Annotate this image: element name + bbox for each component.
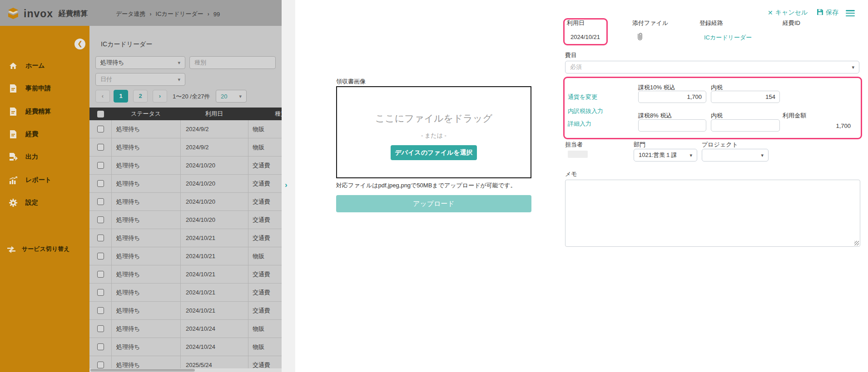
row-checkbox[interactable] [97,289,104,296]
row-checkbox[interactable] [97,126,104,132]
category-label: 費目 [565,51,577,59]
menu-hamburger-icon[interactable] [846,10,855,16]
expand-panel-chevron-icon[interactable]: › [285,181,288,190]
table-row[interactable]: 処理待ち2024/10/21交通費 [89,302,282,320]
table-row[interactable]: 処理待ち2024/10/24物販 [89,320,282,338]
column-header-status[interactable]: ステータス [111,108,180,120]
memo-textarea[interactable] [565,180,860,247]
row-checkbox[interactable] [97,198,104,205]
column-header-date[interactable]: 利用日 [180,108,248,120]
pagination-range-text: 1〜20 /全27件 [173,93,210,101]
report-chart-icon [8,175,18,185]
receipt-image-label: 領収書画像 [336,78,366,86]
usage-date-label: 利用日 [567,19,585,27]
sidebar-item-pre-application[interactable]: 事前申請 [0,77,89,100]
expense-table: ステータス 利用日 種別 処理待ち2024/9/2物販 処理待ち2024/9/2… [89,108,282,372]
table-row[interactable]: 処理待ち2024/10/20交通費 [89,193,282,211]
textarea-resize-handle[interactable] [854,241,859,245]
sidebar-item-expense-settlement[interactable]: 経費精算 [0,100,89,123]
logo[interactable]: invox 経費精算 [6,6,88,21]
sidebar-item-expense[interactable]: 経費 [0,123,89,146]
tax8-input[interactable] [638,119,706,132]
document-icon [8,107,18,117]
inclusive-tax2-input[interactable] [711,119,780,132]
sidebar-collapse-button[interactable]: ❮ [74,39,85,49]
row-checkbox[interactable] [97,216,104,223]
breadcrumb-level-2[interactable]: ICカードリーダー [156,10,203,18]
column-header-type[interactable]: 種別 [248,108,282,120]
sidebar: ❮ ホーム 事前申請 経費精算 経費 [0,26,89,372]
table-row[interactable]: 処理待ち2024/10/20交通費 [89,211,282,229]
chevron-down-icon: ▾ [761,152,764,158]
row-checkbox[interactable] [97,307,104,314]
detail-input-link[interactable]: 詳細入力 [568,120,591,128]
sidebar-item-settings[interactable]: 設定 [0,191,89,214]
upload-button[interactable]: アップロード [336,195,531,212]
department-select[interactable]: 1021:営業１課 ▾ [634,149,697,162]
tax10-input[interactable] [638,91,706,103]
pagination-prev-button[interactable]: ‹ [95,90,110,103]
sidebar-item-label: サービス切り替え [22,245,70,253]
row-checkbox[interactable] [97,253,104,259]
sidebar-item-export[interactable]: 出力 [0,146,89,168]
expense-detail-pane: ✕ キャンセル 保存 領収書画像 ここにファイルをドラッグ - または - デバ… [295,0,868,372]
invox-logo-icon [6,6,20,21]
file-dropzone[interactable]: ここにファイルをドラッグ - または - デバイスのファイルを選択 [336,86,531,178]
table-row[interactable]: 処理待ち2024/9/2物販 [89,138,282,157]
row-checkbox[interactable] [97,362,104,368]
inclusive-tax-input[interactable] [711,91,780,103]
registration-route-value-link[interactable]: ICカードリーダー [704,34,752,42]
sidebar-item-label: 事前申請 [25,84,51,93]
tax-breakdown-link[interactable]: 内訳税抜入力 [568,107,603,115]
type-filter-select[interactable]: 種別 [189,56,276,69]
pagination-page-2-button[interactable]: 2 [133,90,148,103]
pagination-next-button[interactable]: › [153,90,167,103]
row-checkbox[interactable] [97,343,104,350]
row-checkbox[interactable] [97,235,104,241]
sidebar-item-label: 設定 [25,199,38,207]
table-row[interactable]: 処理待ち2024/9/2物販 [89,120,282,138]
app-root: invox 経費精算 データ連携 › ICカードリーダー › 99 ❮ ホーム … [0,0,868,372]
sidebar-item-service-switch[interactable]: サービス切り替え [0,243,89,255]
row-checkbox[interactable] [97,325,104,332]
sidebar-item-report[interactable]: レポート [0,169,89,191]
usage-date-value[interactable]: 2024/10/21 [570,34,600,40]
project-label: プロジェクト [702,141,738,149]
table-row[interactable]: 処理待ち2024/10/21交通費 [89,229,282,247]
department-label: 部門 [634,141,645,149]
app-header: invox 経費精算 データ連携 › ICカードリーダー › 99 [0,0,282,26]
table-row[interactable]: 処理待ち2024/10/21交通費 [89,265,282,284]
status-filter-select[interactable]: 処理待ち ▾ [95,56,185,69]
pagination-page-1-button[interactable]: 1 [114,90,128,103]
save-label: 保存 [826,9,838,17]
breadcrumb-level-3: 99 [213,11,220,18]
date-filter-select[interactable]: 日付 ▾ [95,73,185,86]
page-size-select[interactable]: 20 ▾ [216,90,247,103]
project-select[interactable]: ▾ [702,149,769,162]
table-row[interactable]: 処理待ち2024/10/21交通費 [89,284,282,302]
row-checkbox[interactable] [97,180,104,187]
service-switch-icon [6,244,16,254]
category-select[interactable]: 必須 ▾ [565,61,859,73]
breadcrumb-level-1[interactable]: データ連携 [116,10,146,18]
row-checkbox[interactable] [97,162,104,169]
change-currency-link[interactable]: 通貨を変更 [568,93,597,101]
table-row[interactable]: 処理待ち2024/10/21物販 [89,247,282,265]
table-row[interactable]: 処理待ち2024/10/20交通費 [89,157,282,175]
select-all-checkbox[interactable] [97,111,104,117]
cancel-button[interactable]: ✕ キャンセル [768,9,808,17]
save-button[interactable]: 保存 [817,9,838,17]
amount-label: 利用金額 [783,112,806,120]
table-row[interactable]: 処理待ち2024/10/20交通費 [89,175,282,193]
sidebar-item-home[interactable]: ホーム [0,54,89,77]
logo-suffix: 経費精算 [59,9,88,19]
paperclip-icon[interactable] [635,32,644,44]
upload-caption: 対応ファイルはpdf,jpeg,pngで50MBまでアップロードが可能です。 [336,181,516,190]
breadcrumb: データ連携 › ICカードリーダー › 99 [116,10,220,18]
table-row[interactable]: 処理待ち2024/10/24物販 [89,338,282,356]
row-checkbox[interactable] [97,144,104,151]
scrollbar-thumb[interactable] [90,369,195,372]
row-checkbox[interactable] [97,271,104,278]
horizontal-scrollbar[interactable] [89,368,282,372]
select-device-file-button[interactable]: デバイスのファイルを選択 [391,145,477,160]
